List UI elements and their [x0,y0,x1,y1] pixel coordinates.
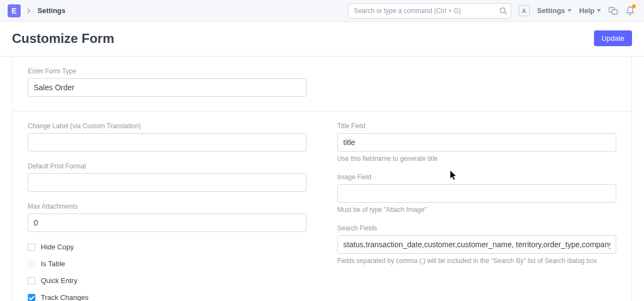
change-label-label: Change Label (via Custom Translation) [28,122,307,130]
nav-settings-label: Settings [537,7,565,15]
notifications-icon[interactable] [626,6,634,15]
navbar-left: E Settings [8,4,65,17]
breadcrumb-settings[interactable]: Settings [38,7,65,15]
track-changes-checkbox[interactable]: Track Changes [28,293,307,301]
default-print-format-label: Default Print Format [28,162,307,170]
track-changes-label: Track Changes [41,293,89,301]
page-header: Customize Form Update [0,22,644,57]
form-type-label: Enter Form Type [28,67,307,75]
search-icon [499,7,507,15]
title-field-input[interactable] [337,133,616,152]
svg-line-1 [504,12,506,14]
settings-right-column: Title Field Use this fieldname to genera… [337,122,616,301]
is-table-checkbox[interactable]: Is Table [28,260,307,268]
quick-entry-checkbox[interactable]: Quick Entry [28,277,307,285]
chat-icon[interactable] [609,7,618,15]
page-title: Customize Form [12,31,114,46]
checkbox-icon [28,277,35,285]
checkbox-icon [28,243,35,251]
form-body: Enter Form Type Change Label (via Custom… [0,57,644,301]
svg-rect-3 [612,10,617,14]
nav-settings-dropdown[interactable]: Settings [537,7,572,15]
update-button[interactable]: Update [594,30,632,46]
section-form-settings: Change Label (via Custom Translation) De… [12,111,632,301]
search-fields-input[interactable] [337,235,616,254]
user-avatar[interactable]: A [519,5,530,16]
title-field-help: Use this fieldname to generate title [337,155,616,162]
is-table-label: Is Table [41,260,65,268]
navbar-right: A Settings Help [348,3,634,18]
form-type-input[interactable] [28,78,307,97]
quick-entry-label: Quick Entry [41,277,77,285]
nav-help-dropdown[interactable]: Help [579,7,601,15]
checkbox-icon [28,294,35,302]
settings-left-column: Change Label (via Custom Translation) De… [28,122,307,301]
hide-copy-checkbox[interactable]: Hide Copy [28,243,307,251]
chevron-down-icon [597,9,601,12]
image-field-label: Image Field [337,173,616,181]
image-field-input[interactable] [337,184,616,203]
nav-help-label: Help [579,7,595,15]
max-attachments-input[interactable] [28,214,307,232]
hide-copy-label: Hide Copy [41,243,74,251]
search-fields-help: Fields separated by comma (,) will be in… [337,257,616,265]
notification-dot [632,4,636,8]
checkbox-icon [28,260,35,268]
breadcrumb-separator [26,8,32,14]
global-search [348,3,511,18]
section-form-type: Enter Form Type [12,57,632,111]
image-field-help: Must be of type "Attach Image" [337,206,616,214]
app-logo[interactable]: E [8,4,21,17]
max-attachments-label: Max Attachments [28,203,307,210]
search-input[interactable] [348,3,511,18]
chevron-down-icon [567,9,572,12]
top-navbar: E Settings A Settings Help [0,0,644,22]
title-field-label: Title Field [337,122,616,130]
change-label-input[interactable] [28,133,307,152]
default-print-format-input[interactable] [28,173,307,192]
search-fields-label: Search Fields [337,224,616,232]
